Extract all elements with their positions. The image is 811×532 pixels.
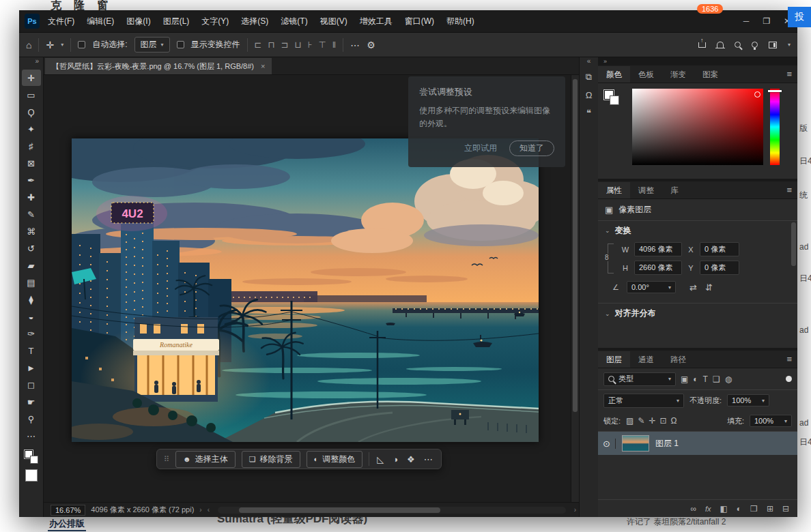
- width-input[interactable]: 4096 像素: [634, 242, 682, 256]
- flip-vertical-icon[interactable]: ⇵: [705, 282, 713, 293]
- menu-filter[interactable]: 滤镜(T): [281, 16, 307, 27]
- adjust-colors-button[interactable]: ◐ 调整颜色: [307, 451, 363, 468]
- link-layers-icon[interactable]: ∞: [690, 504, 696, 514]
- object-selection-tool[interactable]: ✦: [22, 121, 41, 137]
- align-bottom-icon[interactable]: ⊤: [318, 40, 326, 50]
- toast-dismiss-button[interactable]: 知道了: [509, 141, 554, 156]
- expand-dock-icon[interactable]: «: [587, 57, 591, 68]
- new-adjustment-layer-icon[interactable]: ◐: [737, 504, 741, 514]
- align-distribute-section-header[interactable]: ⌄ 对齐并分布: [598, 303, 797, 323]
- blend-mode-dropdown[interactable]: 正常 ▾: [603, 394, 684, 408]
- dodge-tool[interactable]: ◒: [22, 308, 41, 325]
- tab-adjustments[interactable]: 调整: [630, 182, 662, 198]
- marquee-tool[interactable]: ▭: [22, 87, 41, 103]
- tab-layers[interactable]: 图层: [598, 351, 630, 368]
- share-icon[interactable]: [698, 42, 706, 48]
- transform-icon[interactable]: ◺: [375, 454, 385, 464]
- filter-adjustment-layers-icon[interactable]: ◐: [693, 374, 698, 384]
- brush-tool[interactable]: ✎: [22, 206, 41, 222]
- frame-tool[interactable]: ⊠: [22, 155, 41, 171]
- home-icon[interactable]: ⌂: [26, 40, 31, 50]
- auto-select-target-dropdown[interactable]: 图层 ▾: [134, 37, 170, 53]
- vertical-scrollbar[interactable]: [571, 75, 579, 502]
- libraries-icon[interactable]: ⧉: [580, 68, 598, 86]
- more-align-options-icon[interactable]: ⋯: [350, 40, 360, 50]
- layer-thumbnail[interactable]: [622, 435, 649, 452]
- horizontal-scrollbar-thumb[interactable]: [239, 507, 441, 513]
- layer-name[interactable]: 图层 1: [655, 438, 679, 449]
- clone-stamp-tool[interactable]: ⌘: [22, 223, 41, 239]
- document-tab[interactable]: 【哲风壁纸】云彩-夜晚-夜景.png @ 16.7% (图层 1, RGB/8#…: [45, 58, 272, 74]
- scroll-left-arrow[interactable]: ‹: [208, 506, 210, 514]
- notifications-bell-icon[interactable]: [717, 42, 724, 48]
- gradient-tool[interactable]: ▤: [22, 274, 41, 291]
- collapse-panels-icon[interactable]: »: [598, 57, 797, 65]
- menu-window[interactable]: 窗口(W): [405, 16, 434, 27]
- healing-brush-tool[interactable]: ✚: [22, 189, 41, 205]
- canvas-pasteboard[interactable]: 4U2: [44, 75, 579, 502]
- menu-image[interactable]: 图像(I): [126, 16, 150, 27]
- filter-shape-layers-icon[interactable]: ❑: [713, 374, 720, 384]
- current-tool-icon[interactable]: ✛: [46, 40, 54, 50]
- bg-link-office[interactable]: 办公排版: [48, 518, 86, 531]
- tab-gradients[interactable]: 渐变: [662, 66, 694, 83]
- align-left-icon[interactable]: ⊏: [255, 40, 262, 50]
- eraser-tool[interactable]: ▰: [22, 257, 41, 274]
- path-selection-tool[interactable]: ►: [22, 359, 41, 376]
- horizontal-scrollbar[interactable]: [218, 507, 566, 514]
- share-icon[interactable]: ❖: [406, 454, 416, 464]
- status-chevron-icon[interactable]: ›: [199, 506, 201, 514]
- more-options-icon[interactable]: ⋯: [423, 454, 434, 464]
- crop-tool[interactable]: ♯: [22, 138, 41, 154]
- lock-all-icon[interactable]: Ω: [671, 416, 677, 426]
- layer-effects-icon[interactable]: fx: [705, 505, 711, 513]
- visibility-eye-icon[interactable]: ⊙: [598, 439, 616, 449]
- hue-slider-marker[interactable]: [768, 90, 782, 92]
- close-tab-icon[interactable]: ×: [261, 62, 265, 70]
- flip-horizontal-icon[interactable]: ⇄: [689, 282, 697, 293]
- discover-lightbulb-icon[interactable]: [752, 42, 758, 48]
- filter-toggle[interactable]: [786, 376, 792, 382]
- align-top-icon[interactable]: ⊔: [295, 40, 302, 50]
- delete-layer-icon[interactable]: ⊟: [782, 504, 789, 514]
- select-subject-button[interactable]: ☻ 选择主体: [175, 451, 236, 468]
- zoom-level-input[interactable]: 16.67%: [51, 505, 85, 516]
- add-layer-mask-icon[interactable]: ◧: [720, 504, 728, 514]
- scroll-right-arrow[interactable]: ›: [574, 506, 576, 514]
- saturation-brightness-field[interactable]: [632, 89, 763, 165]
- align-right-icon[interactable]: ⊐: [281, 40, 289, 50]
- menu-select[interactable]: 选择(S): [241, 16, 268, 27]
- menu-file[interactable]: 文件(F): [48, 16, 74, 27]
- zoom-tool[interactable]: ⚲: [22, 411, 41, 427]
- comments-icon[interactable]: ❝: [580, 104, 598, 121]
- auto-select-checkbox[interactable]: [78, 41, 85, 48]
- restore-button[interactable]: ❐: [756, 10, 777, 33]
- align-center-v-icon[interactable]: ⊦: [308, 40, 313, 50]
- foreground-background-swatches[interactable]: [25, 450, 38, 464]
- show-transform-checkbox[interactable]: [177, 41, 184, 48]
- filter-type-dropdown[interactable]: 类型 ▾: [603, 372, 676, 386]
- type-tool[interactable]: T: [22, 342, 41, 359]
- pen-tool[interactable]: ✑: [22, 325, 41, 342]
- foreground-background-swatches[interactable]: [604, 90, 619, 105]
- filter-type-layers-icon[interactable]: T: [703, 374, 708, 384]
- color-swatch[interactable]: [25, 469, 38, 482]
- tab-color[interactable]: 颜色: [598, 66, 630, 83]
- panel-menu-icon[interactable]: ≡: [781, 351, 797, 368]
- lock-position-icon[interactable]: ✛: [649, 416, 655, 426]
- move-tool[interactable]: ✛: [22, 70, 41, 86]
- lasso-tool[interactable]: Ϙ: [22, 104, 41, 120]
- lock-image-pixels-icon[interactable]: ✎: [638, 416, 644, 426]
- new-group-icon[interactable]: ❒: [750, 504, 758, 514]
- canvas-image[interactable]: 4U2: [72, 138, 539, 442]
- hand-tool[interactable]: ☛: [22, 394, 41, 410]
- search-icon[interactable]: [735, 42, 741, 48]
- history-brush-tool[interactable]: ↺: [22, 240, 41, 256]
- x-input[interactable]: 0 像素: [700, 242, 739, 256]
- y-input[interactable]: 0 像素: [700, 261, 739, 275]
- workspace-icon[interactable]: [769, 42, 777, 48]
- tab-patterns[interactable]: 图案: [694, 66, 726, 83]
- filter-smart-objects-icon[interactable]: ◍: [725, 374, 732, 384]
- menu-edit[interactable]: 编辑(E): [87, 16, 114, 27]
- menu-view[interactable]: 视图(V): [320, 16, 347, 27]
